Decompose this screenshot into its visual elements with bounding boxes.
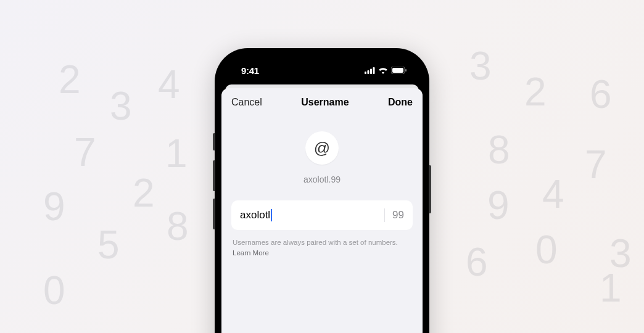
svg-rect-0: [365, 72, 366, 74]
phone-screen: 9:41 Cancel Username Done @ axolotl.99 a…: [221, 55, 423, 333]
helper-text-message: Usernames are always paired with a set o…: [233, 239, 398, 246]
decorative-number: 1: [165, 131, 188, 176]
username-number-suffix: 99: [392, 209, 404, 221]
learn-more-link[interactable]: Learn More: [233, 249, 269, 257]
mute-switch: [213, 133, 215, 150]
decorative-number: 4: [542, 171, 564, 217]
username-input-value: axolotl: [240, 209, 270, 221]
decorative-number: 6: [590, 72, 612, 117]
decorative-number: 2: [59, 57, 81, 102]
wifi-icon: [378, 67, 388, 74]
decorative-number: 2: [524, 69, 547, 115]
nav-bar: Cancel Username Done: [221, 88, 423, 117]
decorative-number: 3: [469, 43, 492, 89]
volume-down-button: [213, 199, 215, 229]
svg-rect-5: [392, 68, 403, 73]
decorative-number: 0: [43, 268, 65, 313]
username-preview: axolotl.99: [231, 175, 413, 184]
battery-icon: [391, 67, 407, 74]
username-input[interactable]: axolotl: [240, 209, 377, 221]
sheet-content: @ axolotl.99 axolotl 99 Usernames are al…: [221, 117, 423, 259]
decorative-number: 9: [43, 184, 65, 229]
cellular-icon: [365, 67, 375, 74]
decorative-number: 0: [535, 227, 558, 273]
cancel-button[interactable]: Cancel: [231, 97, 262, 108]
decorative-number: 4: [158, 62, 180, 107]
decorative-number: 6: [466, 239, 488, 285]
phone-frame: 9:41 Cancel Username Done @ axolotl.99 a…: [215, 48, 429, 333]
decorative-number: 9: [487, 183, 510, 228]
status-time: 9:41: [241, 65, 259, 76]
dynamic-island: [289, 60, 355, 78]
decorative-number: 1: [600, 265, 622, 311]
text-cursor: [271, 209, 272, 221]
svg-rect-3: [373, 67, 375, 74]
helper-text: Usernames are always paired with a set o…: [231, 237, 413, 259]
username-sheet: Cancel Username Done @ axolotl.99 axolot…: [221, 88, 423, 333]
decorative-number: 7: [585, 142, 607, 187]
svg-rect-6: [405, 69, 407, 72]
at-sign-icon: @: [305, 131, 339, 165]
input-divider: [384, 208, 385, 222]
decorative-number: 8: [488, 127, 510, 173]
decorative-number: 5: [97, 222, 120, 268]
username-input-row[interactable]: axolotl 99: [231, 200, 413, 230]
power-button: [429, 165, 431, 213]
status-icons: [365, 67, 407, 74]
svg-rect-1: [368, 70, 369, 74]
decorative-number: 8: [167, 204, 189, 249]
svg-rect-2: [370, 68, 372, 74]
done-button[interactable]: Done: [388, 97, 413, 108]
sheet-title: Username: [301, 97, 349, 108]
volume-up-button: [213, 160, 215, 191]
decorative-number: 3: [110, 83, 132, 129]
decorative-number: 2: [133, 170, 155, 216]
decorative-number: 7: [74, 130, 96, 175]
